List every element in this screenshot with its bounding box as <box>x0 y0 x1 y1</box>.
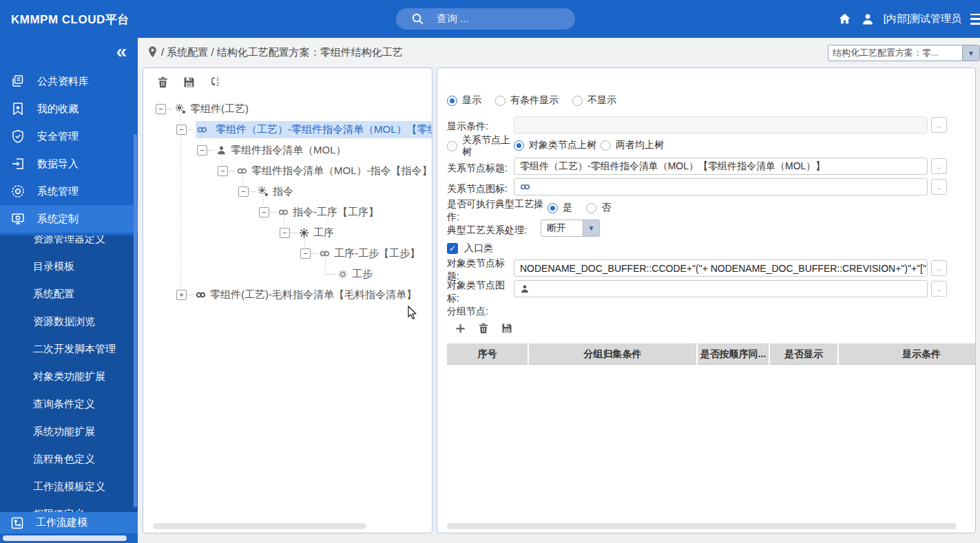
menu-icon[interactable] <box>970 14 980 25</box>
column-header-sequence-sync[interactable]: 是否按顺序同... <box>698 343 769 365</box>
svg-text:2: 2 <box>216 82 219 87</box>
object-title-browse-button[interactable]: .. <box>931 260 947 276</box>
submenu-item-resource-data-browse[interactable]: 资源数据浏览 <box>0 308 138 335</box>
sidebar-item-public-library[interactable]: 公共资料库 <box>0 67 138 95</box>
sidebar-item-system-management[interactable]: 系统管理 <box>0 178 138 205</box>
radio-conditional-display[interactable] <box>495 96 505 106</box>
delete-icon[interactable] <box>157 76 169 88</box>
sidebar-item-security[interactable]: 安全管理 <box>0 123 138 150</box>
node-config-panel: 显示 有条件显示 不显示 显示条件: .. 关系节点上树 对象类节点上树 两者均… <box>437 67 976 533</box>
user-name[interactable]: [内部]测试管理员 <box>884 12 961 25</box>
display-condition-browse-button[interactable]: .. <box>931 117 947 133</box>
column-header-display-condition[interactable]: 显示条件 <box>839 343 976 365</box>
tree-expand-toggle[interactable]: + <box>176 290 187 300</box>
tree-expand-toggle[interactable]: − <box>197 145 207 156</box>
relation-icon-browse-button[interactable]: .. <box>931 179 947 195</box>
tree-expand-toggle[interactable]: − <box>218 166 228 176</box>
app-header: KMMPM CLOUD平台 查询 ... [内部]测试管理员 <box>0 0 980 38</box>
submenu-item-permission-item-def[interactable]: 权限项定义 <box>0 500 138 512</box>
delete-icon[interactable] <box>478 323 489 334</box>
radio-no[interactable] <box>586 203 596 213</box>
sidebar-item-data-import[interactable]: 数据导入 <box>0 150 138 178</box>
relation-title-input[interactable]: 零组件（工艺）-零组件指令清单（MOL）【零组件指令清单（MOL）】 <box>514 158 928 175</box>
sidebar-item-system-customization[interactable]: 系统定制 <box>0 205 138 233</box>
radio-display[interactable] <box>447 96 457 106</box>
tree-node-label: 工序 <box>313 226 334 239</box>
submenu-item-catalog-template[interactable]: 目录模板 <box>0 253 138 280</box>
workflow-icon <box>10 516 24 530</box>
data-import-icon <box>10 156 25 171</box>
tree-mode-radio-relation[interactable]: 关系节点上树 <box>447 134 516 158</box>
tree-node-root[interactable]: − 零组件(工艺) <box>143 98 432 119</box>
relation-title-browse-button[interactable]: .. <box>931 158 947 174</box>
radio-relation-node[interactable] <box>447 141 457 151</box>
submenu-item-workflow-template-def[interactable]: 工作流模板定义 <box>0 473 138 500</box>
favorites-icon <box>10 101 25 116</box>
submenu-item-query-condition-def[interactable]: 查询条件定义 <box>0 390 138 418</box>
tree-node[interactable]: − 零组件指令清单（MOL） <box>143 140 432 160</box>
tree-node-leaf[interactable]: 工步 <box>143 264 432 284</box>
radio-both[interactable] <box>601 140 611 151</box>
submenu-item-resource-manager-def[interactable]: 资源管理器定义 <box>0 235 138 253</box>
submenu-item-object-class-extension[interactable]: 对象类功能扩展 <box>0 363 138 390</box>
tree-mode-radio-object[interactable]: 对象类节点上树 两者均上树 <box>514 139 678 151</box>
user-icon[interactable] <box>861 12 875 26</box>
column-header-group-condition[interactable]: 分组归集条件 <box>529 343 696 365</box>
tree-connector <box>270 212 276 213</box>
save-icon[interactable] <box>183 76 195 88</box>
tree-expand-toggle[interactable]: − <box>238 187 249 197</box>
column-header-seq[interactable]: 序号 <box>447 343 528 365</box>
tree-node[interactable]: − 指令 <box>143 181 432 202</box>
relation-title-label: 关系节点标题: <box>447 162 513 175</box>
chevron-down-icon[interactable]: ▼ <box>962 45 979 61</box>
tree-expand-toggle[interactable]: − <box>300 248 311 259</box>
tree-horizontal-scrollbar[interactable] <box>153 523 366 529</box>
sidebar-item-label: 安全管理 <box>37 130 79 143</box>
entry-class-checkbox[interactable]: ✓ <box>447 243 458 254</box>
tree-expand-toggle[interactable]: − <box>259 207 269 217</box>
add-icon[interactable] <box>455 323 466 334</box>
app-title: KMMPM CLOUD平台 <box>11 12 129 28</box>
radio-label: 关系节点上树 <box>462 134 516 158</box>
tree-node[interactable]: − 工序-工步【工步】 <box>143 243 432 264</box>
tree-node-collapsed[interactable]: + 零组件(工艺)-毛料指令清单【毛料指令清单】 <box>143 284 432 305</box>
object-icon-browse-button[interactable]: .. <box>931 281 947 297</box>
display-condition-input[interactable] <box>514 116 928 134</box>
radio-yes[interactable] <box>548 203 558 213</box>
home-icon[interactable] <box>837 12 852 26</box>
radio-object-class-node[interactable] <box>514 140 524 151</box>
tree-node[interactable]: − 零组件指令清单（MOL）-指令【指令】 <box>143 160 432 181</box>
sidebar-item-favorites[interactable]: 我的收藏 <box>0 95 138 123</box>
typical-relation-dropdown[interactable]: 断开 ▼ <box>541 220 600 237</box>
submenu-item-process-role-def[interactable]: 流程角色定义 <box>0 445 138 473</box>
submenu-item-system-function-extension[interactable]: 系统功能扩展 <box>0 418 138 445</box>
sidebar-horizontal-scrollbar[interactable] <box>3 535 127 541</box>
save-icon[interactable] <box>501 323 512 334</box>
radio-no-display[interactable] <box>572 96 583 106</box>
chain-link-icon <box>197 125 207 135</box>
sidebar-item-label: 系统定制 <box>37 213 79 226</box>
relation-icon-input[interactable] <box>514 178 928 195</box>
sidebar-vertical-scrollbar[interactable] <box>134 134 137 507</box>
object-title-input[interactable]: NODENAME_DOC_BUFFER::CCODE+"("+ NODENAME… <box>514 259 928 277</box>
form-horizontal-scrollbar[interactable] <box>447 523 957 529</box>
sort-order-icon[interactable]: 12 <box>209 76 222 88</box>
tree-connector <box>208 150 214 151</box>
scheme-selector-dropdown[interactable]: 结构化工艺配置方案：零... ▼ <box>828 45 980 61</box>
chain-link-icon <box>520 182 530 192</box>
tree-node[interactable]: − 工序 <box>143 222 432 243</box>
tree-expand-toggle[interactable]: − <box>280 228 290 238</box>
submenu-item-script-management[interactable]: 二次开发脚本管理 <box>0 335 138 363</box>
global-search-input[interactable]: 查询 ... <box>396 8 575 30</box>
column-header-visible[interactable]: 是否显示 <box>770 343 837 365</box>
chevron-down-icon[interactable]: ▼ <box>583 220 600 237</box>
tree-expand-toggle[interactable]: − <box>156 104 166 114</box>
sidebar-item-workflow-modeling[interactable]: 工作流建模 <box>0 512 138 533</box>
sidebar-collapse-button[interactable]: « <box>116 41 127 63</box>
tree-node[interactable]: − 指令-工序【工序】 <box>143 202 432 222</box>
object-icon-input[interactable] <box>514 280 928 297</box>
tree-expand-toggle[interactable]: − <box>176 125 187 135</box>
entry-class-label: 入口类 <box>464 242 493 255</box>
tree-node-selected[interactable]: − 零组件（工艺）-零组件指令清单（MOL）【零组件指令清单（MOL）】 <box>143 119 432 140</box>
submenu-item-system-config[interactable]: 系统配置 <box>0 280 138 308</box>
